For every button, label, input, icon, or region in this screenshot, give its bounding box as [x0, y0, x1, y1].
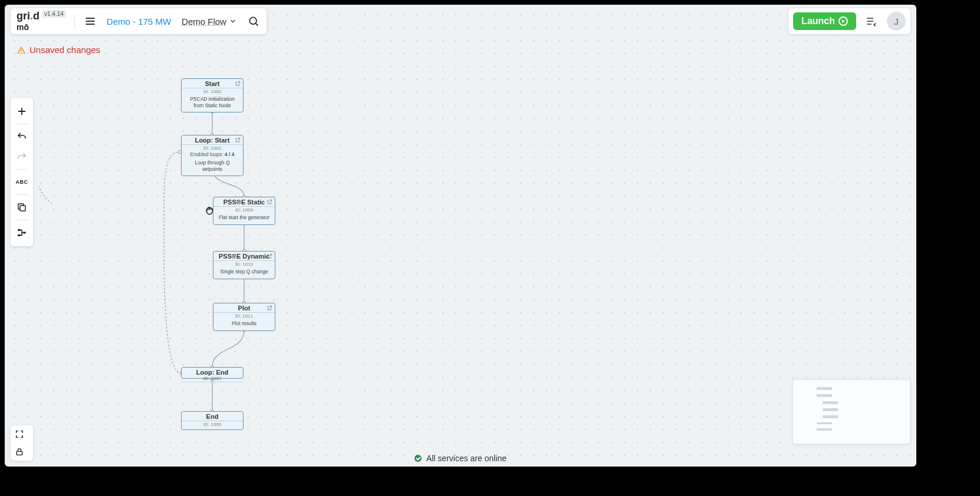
- grab-cursor-icon: [204, 205, 215, 216]
- separator: [15, 194, 28, 195]
- add-button[interactable]: [13, 101, 31, 121]
- unsaved-label: Unsaved changes: [29, 45, 100, 55]
- warning-icon: [17, 45, 26, 55]
- queue-icon[interactable]: [862, 12, 881, 31]
- user-avatar[interactable]: J: [887, 12, 906, 31]
- open-in-new-icon[interactable]: [235, 81, 241, 87]
- status-bar: All services are online: [415, 454, 507, 463]
- svg-rect-3: [18, 234, 21, 236]
- launch-label: Launch: [801, 16, 835, 27]
- unsaved-changes-banner: Unsaved changes: [17, 45, 100, 55]
- chevron-down-icon: [229, 17, 237, 25]
- svg-rect-1: [20, 206, 25, 211]
- divider: [74, 14, 75, 29]
- fullscreen-button[interactable]: [11, 425, 28, 443]
- node-title: PSS®E Static: [223, 199, 265, 206]
- node-id: ID: 1007: [184, 376, 241, 381]
- flow-label: Demo Flow: [182, 16, 226, 27]
- logo[interactable]: gri.d mō v1.4.14: [14, 11, 68, 32]
- svg-rect-4: [23, 232, 26, 234]
- minimap[interactable]: [792, 379, 910, 444]
- node-plot[interactable]: Plot ID: 1011 Plot results: [213, 303, 275, 331]
- svg-point-0: [249, 17, 256, 24]
- svg-rect-5: [17, 451, 22, 455]
- flow-dropdown[interactable]: Demo Flow: [178, 16, 241, 27]
- node-meta: Enabled loops: 4 / 4: [188, 151, 236, 158]
- svg-rect-2: [18, 229, 21, 231]
- layout-button[interactable]: [13, 223, 31, 243]
- node-desc: Flat start the generator: [215, 213, 273, 224]
- separator: [15, 169, 28, 170]
- node-end[interactable]: End ID: 1006: [181, 411, 244, 430]
- open-in-new-icon[interactable]: [267, 305, 272, 311]
- topright-toolbar: Launch J: [788, 8, 910, 34]
- open-in-new-icon[interactable]: [235, 137, 241, 143]
- play-icon: [838, 16, 848, 26]
- avatar-initial: J: [894, 16, 899, 27]
- lock-button[interactable]: [11, 443, 28, 461]
- node-id: ID: 1010: [235, 261, 253, 267]
- project-link[interactable]: Demo - 175 MW: [103, 16, 175, 27]
- node-id: ID: 1011: [235, 313, 253, 319]
- text-tool-button[interactable]: ABC: [13, 172, 31, 192]
- left-toolbar: ABC: [11, 98, 33, 246]
- launch-button[interactable]: Launch: [793, 12, 856, 30]
- node-psse-static[interactable]: PSS®E Static ID: 1009 Flat start the gen…: [213, 197, 275, 225]
- node-title: Start: [205, 80, 219, 87]
- topbar: gri.d mō v1.4.14 Demo - 175 MW Demo Flow: [11, 8, 267, 34]
- flow-canvas[interactable]: [5, 5, 916, 467]
- node-psse-dynamic[interactable]: PSS®E Dynamic ID: 1010 Single step Q cha…: [213, 251, 275, 279]
- separator: [15, 220, 28, 220]
- separator: [15, 124, 28, 124]
- copy-button[interactable]: [13, 197, 31, 217]
- node-title: PSS®E Dynamic: [219, 253, 269, 260]
- search-icon[interactable]: [244, 12, 263, 31]
- node-id: ID: 1002: [203, 145, 221, 151]
- node-id: ID: 1000: [203, 88, 221, 95]
- node-title: End: [206, 413, 219, 420]
- undo-button[interactable]: [13, 127, 31, 147]
- version-badge: v1.4.14: [42, 10, 66, 18]
- node-title: Loop: End: [196, 369, 228, 376]
- node-title: Plot: [238, 305, 251, 312]
- node-loop-end[interactable]: Loop: End ID: 1007: [181, 367, 244, 379]
- open-in-new-icon[interactable]: [267, 199, 272, 205]
- node-desc: Loop through Q setpoints: [182, 158, 243, 176]
- status-text: All services are online: [426, 454, 507, 463]
- node-loop-start[interactable]: Loop: Start ID: 1002 Enabled loops: 4 / …: [181, 135, 244, 176]
- status-ok-icon: [415, 455, 422, 462]
- node-start[interactable]: Start ID: 1000 PSCAD initialization from…: [181, 78, 244, 113]
- node-id: ID: 1006: [203, 421, 221, 428]
- node-desc: PSCAD initialization from Static Node: [182, 95, 243, 112]
- redo-button[interactable]: [13, 147, 31, 167]
- open-in-new-icon[interactable]: [267, 253, 272, 259]
- node-desc: Plot results: [228, 319, 260, 330]
- corner-buttons: [11, 425, 33, 461]
- node-title: Loop: Start: [195, 137, 230, 144]
- menu-icon[interactable]: [81, 12, 100, 31]
- node-id: ID: 1009: [235, 207, 253, 213]
- node-desc: Single step Q change: [216, 267, 271, 279]
